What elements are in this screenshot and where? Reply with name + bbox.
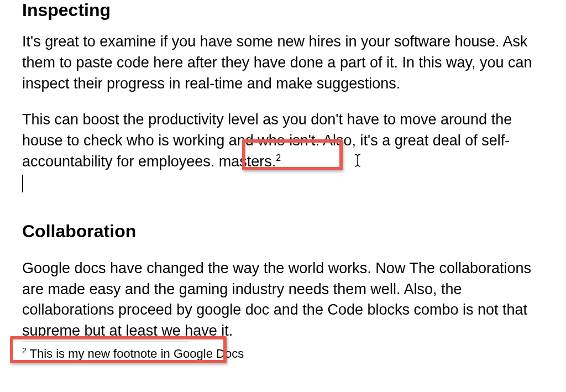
heading-inspecting: Inspecting (22, 0, 544, 20)
paragraph-2: This can boost the productivity level as… (22, 109, 544, 172)
footnote-marker: 2 (22, 346, 27, 355)
text-caret-icon (22, 175, 23, 192)
paragraph-3: Google docs have changed the way the wor… (22, 258, 544, 342)
text-caret-line[interactable] (22, 173, 544, 194)
footnote-text: This is my new footnote in Google Docs (27, 347, 244, 360)
footnote-section: 2 This is my new footnote in Google Docs (22, 336, 244, 362)
paragraph-2-part-b: . masters. (211, 153, 276, 170)
heading-collaboration: Collaboration (22, 221, 544, 242)
footnote-reference-marker[interactable]: 2 (276, 153, 281, 163)
footnote-entry[interactable]: 2 This is my new footnote in Google Docs (22, 346, 244, 362)
paragraph-1: It's great to examine if you have some n… (22, 32, 544, 94)
document-body[interactable]: Inspecting It's great to examine if you … (22, 0, 544, 342)
footnote-divider (22, 342, 188, 342)
